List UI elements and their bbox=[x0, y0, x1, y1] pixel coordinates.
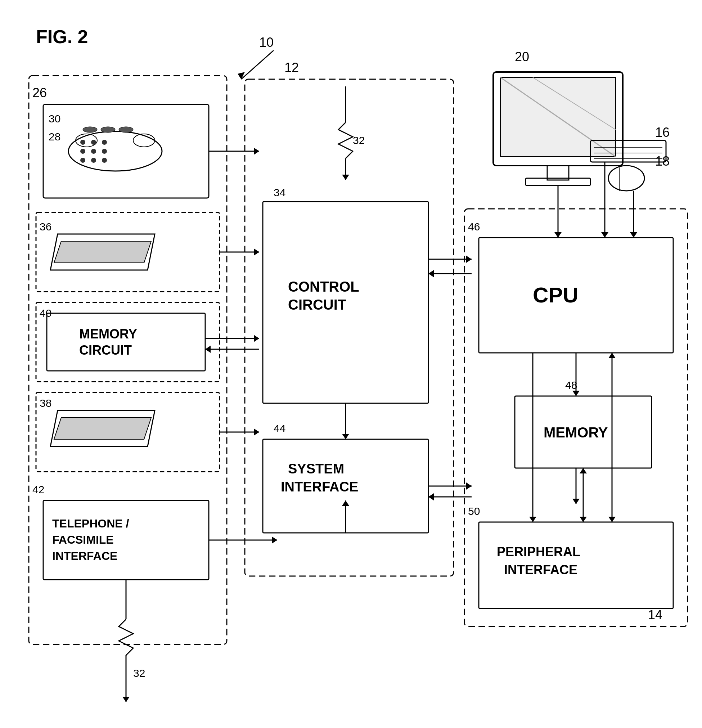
memory-circuit-box bbox=[47, 313, 205, 371]
svg-text:12: 12 bbox=[285, 60, 299, 75]
svg-marker-20 bbox=[254, 147, 259, 155]
svg-marker-91 bbox=[572, 499, 579, 504]
svg-text:TELEPHONE /: TELEPHONE / bbox=[52, 517, 129, 530]
device-12-box bbox=[245, 79, 454, 576]
svg-marker-1 bbox=[238, 72, 245, 79]
svg-marker-43 bbox=[272, 536, 277, 544]
svg-marker-107 bbox=[608, 353, 615, 358]
svg-text:CONTROL: CONTROL bbox=[288, 279, 359, 295]
svg-marker-51 bbox=[342, 175, 349, 180]
svg-marker-96 bbox=[555, 232, 562, 238]
svg-marker-25 bbox=[254, 248, 259, 256]
svg-point-16 bbox=[80, 158, 85, 163]
svg-text:PERIPHERAL: PERIPHERAL bbox=[497, 545, 580, 559]
ref10-label: 10 bbox=[259, 35, 274, 50]
svg-point-18 bbox=[102, 158, 107, 163]
svg-point-12 bbox=[102, 140, 107, 145]
svg-marker-57 bbox=[466, 256, 472, 263]
svg-text:42: 42 bbox=[32, 484, 44, 495]
svg-marker-105 bbox=[579, 468, 587, 474]
svg-text:INTERFACE: INTERFACE bbox=[281, 479, 358, 494]
svg-text:FACSIMILE: FACSIMILE bbox=[52, 533, 114, 546]
svg-text:46: 46 bbox=[468, 221, 480, 233]
svg-text:CIRCUIT: CIRCUIT bbox=[288, 297, 346, 312]
svg-marker-66 bbox=[342, 500, 349, 506]
svg-text:14: 14 bbox=[648, 607, 662, 622]
svg-text:18: 18 bbox=[655, 154, 670, 169]
svg-marker-35 bbox=[54, 417, 151, 439]
svg-marker-32 bbox=[205, 346, 211, 353]
svg-text:32: 32 bbox=[353, 134, 365, 146]
fig-label: FIG. 2 bbox=[36, 26, 88, 47]
svg-marker-102 bbox=[529, 517, 536, 522]
svg-text:38: 38 bbox=[40, 397, 52, 409]
svg-point-8 bbox=[119, 127, 133, 133]
mouse bbox=[608, 166, 644, 191]
svg-text:INTERFACE: INTERFACE bbox=[52, 549, 117, 562]
svg-text:MEMORY: MEMORY bbox=[544, 425, 608, 440]
svg-text:CPU: CPU bbox=[533, 283, 579, 307]
svg-text:44: 44 bbox=[274, 422, 286, 434]
svg-text:MEMORY: MEMORY bbox=[79, 326, 137, 341]
svg-line-0 bbox=[241, 51, 274, 79]
svg-point-17 bbox=[91, 158, 96, 163]
svg-text:50: 50 bbox=[468, 505, 480, 517]
svg-text:36: 36 bbox=[40, 221, 52, 233]
item-40-box bbox=[36, 302, 220, 381]
svg-marker-68 bbox=[466, 482, 472, 490]
svg-point-7 bbox=[101, 127, 115, 133]
svg-text:INTERFACE: INTERFACE bbox=[504, 562, 578, 577]
svg-marker-64 bbox=[342, 434, 349, 439]
svg-text:34: 34 bbox=[274, 186, 286, 198]
svg-marker-30 bbox=[254, 335, 259, 342]
svg-marker-59 bbox=[428, 270, 434, 277]
svg-point-15 bbox=[102, 149, 107, 154]
svg-marker-89 bbox=[572, 391, 579, 396]
svg-marker-108 bbox=[608, 517, 615, 522]
svg-text:16: 16 bbox=[655, 125, 670, 140]
svg-text:30: 30 bbox=[49, 113, 61, 124]
svg-text:20: 20 bbox=[515, 49, 529, 64]
svg-rect-77 bbox=[526, 178, 591, 185]
svg-point-10 bbox=[80, 140, 85, 145]
svg-text:28: 28 bbox=[49, 131, 61, 143]
diagram: FIG. 2 10 26 30 28 bbox=[0, 0, 702, 728]
svg-text:CIRCUIT: CIRCUIT bbox=[79, 343, 132, 358]
svg-marker-37 bbox=[254, 429, 259, 436]
svg-marker-46 bbox=[123, 697, 130, 702]
svg-marker-104 bbox=[579, 517, 587, 522]
svg-point-11 bbox=[91, 140, 96, 145]
svg-marker-23 bbox=[54, 241, 151, 263]
svg-text:SYSTEM: SYSTEM bbox=[288, 461, 344, 476]
svg-point-6 bbox=[83, 127, 97, 133]
svg-point-14 bbox=[91, 149, 96, 154]
svg-marker-100 bbox=[630, 232, 637, 238]
svg-text:48: 48 bbox=[565, 379, 577, 391]
ref26-label: 26 bbox=[32, 85, 47, 100]
svg-marker-98 bbox=[601, 232, 608, 238]
svg-text:32: 32 bbox=[133, 667, 145, 679]
svg-point-13 bbox=[80, 149, 85, 154]
svg-marker-70 bbox=[428, 493, 434, 500]
